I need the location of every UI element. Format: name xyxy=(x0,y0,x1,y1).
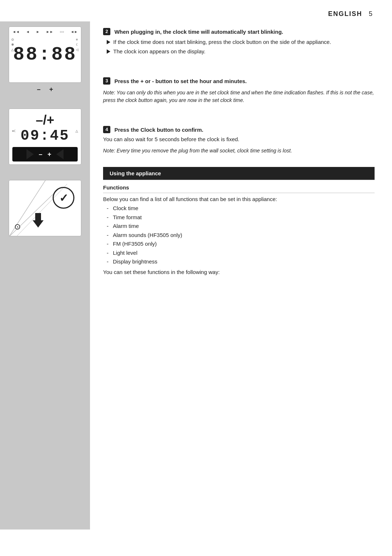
bullet-arrow-icon-2 xyxy=(107,49,110,54)
list-item-clock-time: - Clock time xyxy=(107,204,375,213)
icon-next: ► xyxy=(36,30,40,34)
step-2-heading-row: 2 When plugging in, the clock time will … xyxy=(103,28,375,35)
step-3-note: Note: You can only do this when you are … xyxy=(103,89,375,104)
diagram2-icon-right: △ xyxy=(75,129,78,133)
list-item-time-format: - Time format xyxy=(107,213,375,222)
list-item-time-format-text: Time format xyxy=(113,213,142,222)
sidebar: ◄◄ ◄ ► ►► ○○ ◄► ⊙ ✻ △ 88:88 ≡ ☾ ◁ xyxy=(0,21,90,530)
confirm-button-icon: ✓ xyxy=(53,187,74,209)
step-3-heading: Press the + or - button to set the hour … xyxy=(114,78,247,84)
clock-icons-right: ≡ ☾ ◁ xyxy=(76,38,79,52)
functions-heading: Functions xyxy=(103,184,375,193)
page-header: ENGLISH5 xyxy=(0,0,392,21)
clock-digits-display: 88:88 xyxy=(13,45,77,64)
functions-footer: You can set these functions in the follo… xyxy=(103,269,375,275)
main-content: 2 When plugging in, the clock time will … xyxy=(90,21,392,530)
step-2-heading: When plugging in, the clock time will au… xyxy=(114,29,283,35)
diagram-1-section: ◄◄ ◄ ► ►► ○○ ◄► ⊙ ✻ △ 88:88 ≡ ☾ ◁ xyxy=(0,21,90,96)
list-item-fm-text: FM (HF3505 only) xyxy=(113,240,157,248)
arrow-plus-label: + xyxy=(48,151,52,158)
plusminus-label: –/+ xyxy=(36,113,54,127)
icon-triangle: △ xyxy=(11,48,14,52)
icon-prev: ◄ xyxy=(26,30,29,34)
clock-bottom-controls: – + xyxy=(4,86,86,93)
dash-icon-2: - xyxy=(107,213,109,222)
arrow-right-icon xyxy=(26,149,34,159)
icon-circle: ○○ xyxy=(60,30,64,34)
list-item-alarm-time: - Alarm time xyxy=(107,222,375,230)
diagram2-icon-left: ≡☾ xyxy=(12,129,17,133)
list-item-alarm-time-text: Alarm time xyxy=(113,222,139,230)
diagram-2-box: –/+ ≡☾ 09:45 △ – + xyxy=(9,109,81,165)
functions-intro: Below you can find a list of all functio… xyxy=(103,196,375,202)
using-appliance-bar: Using the appliance xyxy=(103,167,375,180)
step-2-bullet-2-text: The clock icon appears on the display. xyxy=(113,48,205,56)
diagram-2-section: –/+ ≡☾ 09:45 △ – + xyxy=(0,103,90,168)
step-2-bullet-1-text: If the clock time does not start blinkin… xyxy=(113,38,331,46)
list-item-alarm-sounds-text: Alarm sounds (HF3505 only) xyxy=(113,231,182,240)
step-2-bullet-1: If the clock time does not start blinkin… xyxy=(107,38,375,46)
list-item-clock-time-text: Clock time xyxy=(113,204,138,213)
plus-label: + xyxy=(49,86,53,93)
diagram-3-section: ✓ ⊙ xyxy=(0,175,90,239)
step-4-badge: 4 xyxy=(103,126,110,133)
list-item-display-brightness: - Display brightness xyxy=(107,258,375,266)
diagram-3-box: ✓ ⊙ xyxy=(9,180,81,236)
dash-icon-7: - xyxy=(107,258,109,266)
list-item-alarm-sounds: - Alarm sounds (HF3505 only) xyxy=(107,231,375,240)
main-layout: ◄◄ ◄ ► ►► ○○ ◄► ⊙ ✻ △ 88:88 ≡ ☾ ◁ xyxy=(0,21,392,530)
step-3-block: 3 Press the + or - button to set the hou… xyxy=(103,77,375,104)
using-appliance-label: Using the appliance xyxy=(110,170,161,176)
icon-back: ◁ xyxy=(76,48,79,52)
step-4-note: Note: Every time you remove the plug fro… xyxy=(103,147,375,155)
icon-rewind: ◄◄ xyxy=(12,30,20,34)
icon-target: ⊙ xyxy=(11,38,14,41)
arrow-minus-label: – xyxy=(39,151,42,158)
step-4-block: 4 Press the Clock button to confirm. You… xyxy=(103,126,375,155)
step-3-heading-row: 3 Press the + or - button to set the hou… xyxy=(103,77,375,85)
page-number: 5 xyxy=(369,10,372,17)
step-4-heading: Press the Clock button to confirm. xyxy=(114,126,203,132)
step-4-sub: You can also wait for 5 seconds before t… xyxy=(103,135,375,144)
minus-label: – xyxy=(37,86,41,93)
step-2-badge: 2 xyxy=(103,28,110,35)
step-2-block: 2 When plugging in, the clock time will … xyxy=(103,28,375,56)
svg-marker-3 xyxy=(33,213,44,228)
diagram-2-arrows-row: – + xyxy=(12,147,78,162)
list-item-light-level-text: Light level xyxy=(113,249,138,257)
clock-icons-left: ⊙ ✻ △ xyxy=(11,38,14,52)
clock-icons-top: ◄◄ ◄ ► ►► ○○ ◄► xyxy=(9,30,81,34)
dash-icon-5: - xyxy=(107,240,109,248)
diagram2-digits: 09:45 xyxy=(20,128,69,144)
dash-icon-6: - xyxy=(107,249,109,257)
icon-shuffle: ◄► xyxy=(70,30,78,34)
dash-icon-4: - xyxy=(107,231,109,240)
dash-icon-3: - xyxy=(107,222,109,230)
icon-moon: ☾ xyxy=(76,43,79,46)
list-item-display-brightness-text: Display brightness xyxy=(113,258,158,266)
diagram-1-clock-display: ◄◄ ◄ ► ►► ○○ ◄► ⊙ ✻ △ 88:88 ≡ ☾ ◁ xyxy=(9,26,81,83)
step-4-heading-row: 4 Press the Clock button to confirm. xyxy=(103,126,375,133)
step-2-bullet-2: The clock icon appears on the display. xyxy=(107,48,375,56)
functions-section: Functions Below you can find a list of a… xyxy=(103,180,375,275)
list-item-light-level: - Light level xyxy=(107,249,375,257)
icon-forward: ►► xyxy=(46,30,53,34)
dash-icon-1: - xyxy=(107,204,109,213)
list-item-fm: - FM (HF3505 only) xyxy=(107,240,375,248)
plug-target-icon: ⊙ xyxy=(14,222,21,232)
icon-menu: ≡ xyxy=(76,38,79,41)
bullet-arrow-icon-1 xyxy=(107,40,110,44)
icon-snowflake: ✻ xyxy=(11,43,14,46)
arrow-left-icon xyxy=(56,149,64,159)
step-2-bullets: If the clock time does not start blinkin… xyxy=(107,38,375,56)
functions-list: - Clock time - Time format - Alarm time … xyxy=(107,204,375,266)
step-3-badge: 3 xyxy=(103,77,110,85)
language-label: ENGLISH xyxy=(328,10,362,17)
